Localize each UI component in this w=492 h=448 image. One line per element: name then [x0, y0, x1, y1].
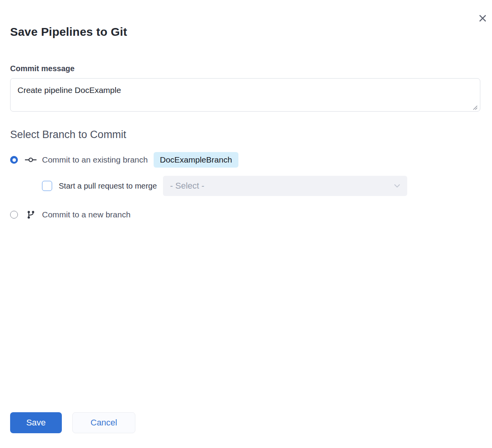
existing-branch-row: Commit to an existing branch DocExampleB… — [10, 151, 480, 168]
save-button[interactable]: Save — [10, 412, 62, 433]
pull-request-checkbox[interactable] — [42, 181, 52, 191]
new-branch-radio[interactable] — [10, 211, 18, 219]
merge-target-select[interactable]: - Select - — [163, 176, 407, 196]
dialog-title: Save Pipelines to Git — [10, 0, 480, 38]
chevron-down-icon — [394, 184, 400, 188]
close-icon — [478, 14, 487, 23]
resize-handle-icon[interactable] — [473, 105, 478, 110]
dialog-footer: Save Cancel — [10, 412, 135, 433]
commit-message-wrap: Create pipeline DocExample — [10, 78, 480, 113]
branch-section-heading: Select Branch to Commit — [10, 129, 480, 141]
git-commit-icon — [25, 156, 37, 164]
existing-branch-label: Commit to an existing branch — [42, 155, 148, 164]
close-button[interactable] — [477, 13, 488, 24]
new-branch-row: Commit to a new branch — [10, 209, 480, 220]
merge-target-select-value: - Select - — [170, 181, 204, 191]
git-branch-icon — [25, 210, 37, 219]
branch-name-badge: DocExampleBranch — [154, 152, 238, 168]
new-branch-label: Commit to a new branch — [42, 210, 131, 219]
commit-message-label: Commit message — [10, 64, 480, 73]
pull-request-row: Start a pull request to merge - Select - — [42, 176, 480, 196]
save-pipelines-dialog: Save Pipelines to Git Commit message Cre… — [0, 0, 492, 448]
pull-request-label: Start a pull request to merge — [59, 182, 157, 191]
cancel-button[interactable]: Cancel — [72, 412, 135, 433]
commit-message-input[interactable]: Create pipeline DocExample — [10, 78, 480, 112]
existing-branch-radio[interactable] — [10, 156, 18, 164]
